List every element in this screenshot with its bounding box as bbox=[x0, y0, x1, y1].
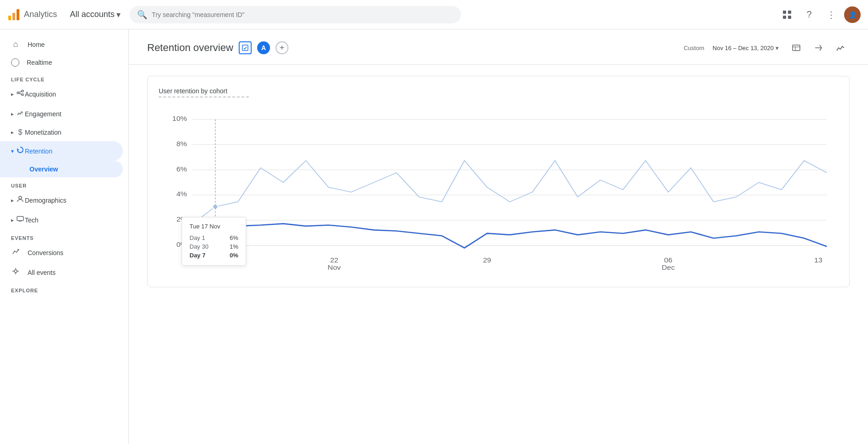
search-icon: 🔍 bbox=[137, 10, 147, 20]
sidebar-item-conversions[interactable]: Conversions bbox=[0, 243, 123, 262]
chart-container: User retention by cohort 10% 8% 6% 4% bbox=[147, 76, 850, 287]
sidebar-item-retention-label: Retention bbox=[25, 148, 52, 155]
chart-tooltip: Tue 17 Nov Day 1 6% Day 30 1% Day 7 0% bbox=[182, 217, 246, 266]
svg-text:06: 06 bbox=[664, 257, 673, 264]
date-range-value: Nov 16 – Dec 13, 2020 bbox=[713, 45, 774, 51]
sidebar-item-home[interactable]: ⌂ Home bbox=[0, 35, 123, 54]
sidebar-item-conversions-label: Conversions bbox=[28, 249, 63, 256]
more-button[interactable]: ⋮ bbox=[822, 6, 840, 24]
sidebar-item-retention[interactable]: ▾ Retention bbox=[0, 141, 123, 161]
share-button[interactable] bbox=[809, 39, 828, 57]
svg-text:Dec: Dec bbox=[662, 264, 675, 271]
tooltip-date: Tue 17 Nov bbox=[190, 223, 238, 230]
monetization-icon: $ bbox=[16, 128, 25, 137]
svg-text:22: 22 bbox=[330, 257, 339, 264]
svg-line-10 bbox=[19, 91, 22, 92]
sidebar: ⌂ Home Realtime LIFE CYCLE ▸ Acquisition… bbox=[0, 29, 129, 444]
svg-point-8 bbox=[22, 90, 23, 92]
topbar-actions: ? ⋮ 👤 bbox=[778, 6, 861, 24]
svg-rect-2 bbox=[17, 9, 19, 20]
sidebar-item-allevents-label: All events bbox=[28, 269, 56, 276]
expand-icon-demographics: ▸ bbox=[11, 197, 14, 204]
acquisition-icon bbox=[16, 89, 25, 99]
svg-text:4%: 4% bbox=[176, 191, 187, 198]
segment-avatar[interactable]: A bbox=[257, 41, 270, 54]
analytics-logo-icon bbox=[7, 8, 20, 21]
date-range-chevron: ▾ bbox=[776, 45, 779, 51]
svg-rect-14 bbox=[17, 216, 23, 221]
svg-line-11 bbox=[19, 93, 22, 94]
apps-button[interactable] bbox=[778, 6, 796, 24]
svg-rect-23 bbox=[242, 45, 248, 51]
expand-icon-retention: ▾ bbox=[11, 148, 14, 154]
help-button[interactable]: ? bbox=[800, 6, 818, 24]
chart-toggle-button[interactable] bbox=[831, 39, 850, 57]
date-range-picker[interactable]: Nov 16 – Dec 13, 2020 ▾ bbox=[708, 42, 783, 54]
allevents-icon bbox=[11, 267, 20, 278]
sidebar-item-realtime-label: Realtime bbox=[27, 59, 52, 66]
svg-rect-6 bbox=[788, 16, 791, 19]
sidebar-item-demographics[interactable]: ▸ Demographics bbox=[0, 190, 123, 210]
svg-point-18 bbox=[14, 270, 17, 273]
conversions-icon bbox=[11, 247, 20, 258]
svg-rect-24 bbox=[793, 45, 800, 51]
avatar-image: 👤 bbox=[849, 11, 857, 18]
tooltip-row-day7: Day 7 0% bbox=[190, 251, 238, 260]
chart-area[interactable]: 10% 8% 6% 4% 2% 0% bbox=[159, 105, 838, 279]
sidebar-item-engagement-label: Engagement bbox=[25, 110, 61, 118]
page-title: Retention overview bbox=[147, 42, 233, 54]
tooltip-label-day30: Day 30 bbox=[190, 243, 208, 250]
engagement-icon bbox=[16, 108, 25, 119]
user-avatar[interactable]: 👤 bbox=[844, 6, 861, 23]
logo-text: Analytics bbox=[24, 10, 57, 19]
save-report-button[interactable] bbox=[239, 41, 252, 54]
retention-chart-svg: 10% 8% 6% 4% 2% 0% bbox=[159, 105, 838, 279]
svg-rect-0 bbox=[8, 16, 11, 20]
svg-text:13: 13 bbox=[814, 257, 822, 264]
demographics-icon bbox=[16, 195, 25, 205]
lifecycle-section-label: LIFE CYCLE bbox=[0, 71, 128, 84]
svg-text:Nov: Nov bbox=[328, 264, 341, 271]
search-bar[interactable]: 🔍 bbox=[130, 6, 461, 23]
share-icon bbox=[814, 43, 823, 52]
logo: Analytics bbox=[7, 8, 57, 21]
topbar: Analytics All accounts ▾ 🔍 ? ⋮ 👤 bbox=[0, 0, 868, 29]
apps-icon bbox=[782, 10, 792, 19]
svg-text:8%: 8% bbox=[176, 141, 187, 148]
plus-icon: + bbox=[280, 43, 285, 53]
more-icon: ⋮ bbox=[827, 9, 836, 20]
svg-text:6%: 6% bbox=[176, 166, 187, 173]
events-section-label: EVENTS bbox=[0, 230, 128, 243]
sidebar-item-demographics-label: Demographics bbox=[25, 197, 66, 204]
report-icon-button[interactable] bbox=[787, 39, 805, 57]
realtime-icon bbox=[11, 58, 19, 67]
sidebar-item-allevents[interactable]: All events bbox=[0, 262, 123, 282]
svg-rect-1 bbox=[12, 13, 15, 20]
tooltip-row-day30: Day 30 1% bbox=[190, 242, 238, 251]
sidebar-item-overview[interactable]: Overview bbox=[0, 161, 123, 177]
account-selector[interactable]: All accounts ▾ bbox=[66, 8, 124, 22]
search-input[interactable] bbox=[152, 11, 454, 18]
home-icon: ⌂ bbox=[11, 40, 20, 49]
tooltip-val-day1: 6% bbox=[230, 234, 238, 241]
save-icon bbox=[242, 45, 248, 51]
header-right: Custom Nov 16 – Dec 13, 2020 ▾ bbox=[684, 39, 850, 57]
tooltip-row-day1: Day 1 6% bbox=[190, 233, 238, 242]
svg-text:10%: 10% bbox=[172, 115, 187, 122]
main-layout: ⌂ Home Realtime LIFE CYCLE ▸ Acquisition… bbox=[0, 29, 868, 444]
sidebar-item-tech[interactable]: ▸ Tech bbox=[0, 210, 123, 230]
help-icon: ? bbox=[806, 9, 811, 20]
tooltip-label-day7: Day 7 bbox=[190, 252, 206, 259]
sidebar-item-engagement[interactable]: ▸ Engagement bbox=[0, 104, 123, 124]
expand-icon-tech: ▸ bbox=[11, 217, 14, 223]
sidebar-item-acquisition[interactable]: ▸ Acquisition bbox=[0, 84, 123, 104]
sidebar-item-realtime[interactable]: Realtime bbox=[0, 54, 123, 71]
sidebar-item-monetization[interactable]: ▸ $ Monetization bbox=[0, 124, 123, 141]
date-custom-label: Custom bbox=[684, 45, 704, 51]
chart-title-underline bbox=[159, 97, 249, 97]
sidebar-item-monetization-label: Monetization bbox=[25, 129, 61, 136]
chart-icon bbox=[836, 43, 845, 52]
user-section-label: USER bbox=[0, 177, 128, 190]
svg-text:29: 29 bbox=[483, 257, 491, 264]
add-comparison-button[interactable]: + bbox=[276, 41, 288, 54]
